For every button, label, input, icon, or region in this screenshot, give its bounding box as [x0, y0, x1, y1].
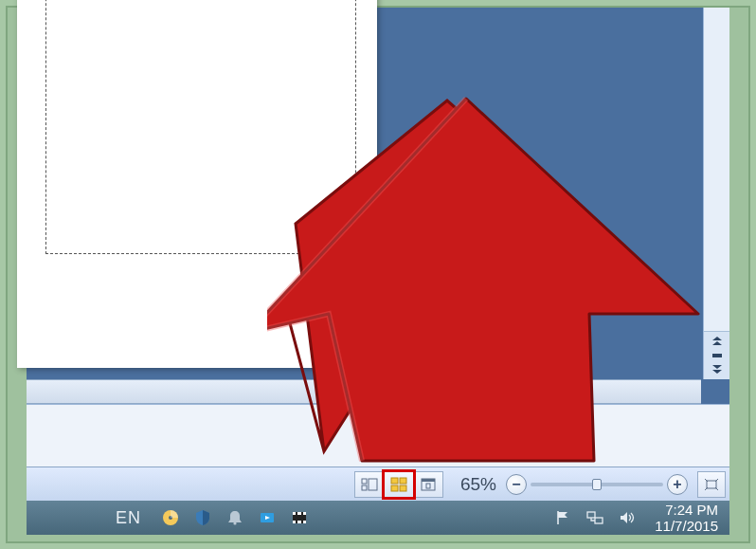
zoom-slider-track[interactable]	[531, 483, 663, 486]
zoom-in-button[interactable]: +	[667, 474, 688, 495]
system-clock[interactable]: 7:24 PM 11/7/2015	[643, 502, 729, 535]
svg-rect-6	[391, 485, 398, 491]
svg-rect-4	[391, 478, 398, 484]
clock-time: 7:24 PM	[655, 502, 718, 518]
svg-rect-3	[369, 479, 377, 490]
reading-view-icon	[420, 477, 437, 492]
svg-rect-1	[362, 479, 367, 484]
media-tray-icon[interactable]	[256, 506, 279, 529]
volume-tray-icon[interactable]	[616, 506, 639, 529]
zoom-slider-group: − +	[506, 474, 688, 495]
slide-menu-icon[interactable]	[711, 351, 724, 360]
content-placeholder[interactable]	[45, 0, 356, 254]
app-window: 65% − + EN	[27, 8, 729, 535]
bell-tray-icon[interactable]	[224, 506, 246, 529]
svg-rect-0	[712, 354, 722, 357]
svg-rect-22	[595, 518, 603, 523]
svg-rect-9	[422, 479, 435, 482]
zoom-in-icon: +	[673, 477, 681, 492]
svg-rect-2	[362, 485, 367, 490]
horizontal-splitter[interactable]	[27, 379, 701, 404]
clock-date: 11/7/2015	[655, 518, 718, 534]
fit-icon	[703, 477, 720, 492]
svg-rect-18	[293, 521, 306, 523]
prev-slide-icon[interactable]	[711, 336, 724, 347]
slide-sorter-icon	[390, 477, 407, 492]
vertical-scrollbar[interactable]	[703, 8, 729, 379]
status-bar: 65% − +	[27, 467, 729, 501]
reading-view-button[interactable]	[413, 471, 443, 498]
network-tray-icon[interactable]	[584, 506, 606, 529]
svg-rect-10	[426, 484, 430, 488]
svg-rect-7	[400, 485, 406, 491]
scrollbar-nav-buttons	[704, 331, 729, 379]
zoom-out-button[interactable]: −	[506, 474, 527, 495]
next-slide-icon[interactable]	[711, 364, 724, 375]
svg-rect-11	[707, 481, 716, 488]
svg-rect-21	[587, 512, 595, 518]
svg-rect-5	[400, 478, 406, 484]
zoom-out-icon: −	[512, 477, 520, 492]
film-tray-icon[interactable]	[288, 506, 311, 529]
svg-rect-19	[296, 512, 297, 523]
view-buttons-group	[355, 471, 443, 498]
flag-tray-icon[interactable]	[551, 506, 574, 529]
fit-to-window-button[interactable]	[697, 471, 726, 498]
language-indicator[interactable]: EN	[102, 508, 154, 528]
svg-rect-20	[301, 512, 303, 523]
svg-point-14	[233, 522, 236, 524]
zoom-percentage[interactable]: 65%	[451, 474, 506, 495]
normal-view-button[interactable]	[354, 471, 385, 498]
disc-tray-icon[interactable]	[159, 506, 182, 529]
slide-sorter-button[interactable]	[384, 471, 414, 498]
slide-editing-area	[27, 8, 701, 379]
notes-pane[interactable]	[27, 404, 729, 467]
shield-tray-icon[interactable]	[191, 506, 214, 529]
slide-canvas	[17, 0, 377, 368]
scrollbar-track[interactable]	[704, 8, 729, 331]
zoom-slider-thumb[interactable]	[592, 479, 602, 490]
windows-taskbar: EN Slide Sorter 7:24 PM 11/7/2015	[27, 501, 729, 535]
normal-view-icon	[361, 477, 378, 492]
svg-rect-17	[293, 512, 306, 515]
